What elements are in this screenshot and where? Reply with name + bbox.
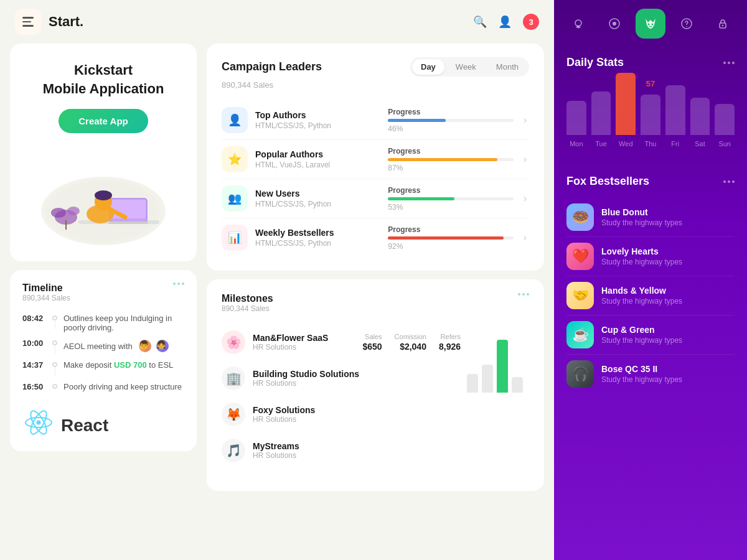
- sidebar-icon-lock[interactable]: [708, 9, 738, 39]
- fox-bestsellers-menu[interactable]: [723, 180, 735, 183]
- create-app-button[interactable]: Create App: [59, 109, 148, 133]
- react-label: React: [61, 416, 108, 436]
- daily-stats-menu[interactable]: [723, 62, 735, 64]
- svg-point-19: [648, 24, 650, 26]
- bar-gray-2: [482, 365, 493, 393]
- bar-fri-fill: [665, 85, 685, 135]
- cup-green-thumb: ☕: [566, 321, 594, 348]
- svg-point-22: [686, 26, 687, 27]
- bar-wrap: [482, 330, 493, 393]
- new-users-progress: Progress 53%: [388, 186, 513, 212]
- svg-point-24: [722, 25, 723, 26]
- milestones-list: 🌸 Man&Flower SaaS HR Solutions Sales $65…: [222, 324, 461, 469]
- milestones-chart: [461, 330, 529, 393]
- fox-item-lovely-hearts[interactable]: ❤️ Lovely Hearts Study the highway types: [566, 237, 735, 276]
- sidebar-icon-fox[interactable]: [636, 9, 665, 39]
- fox-bestsellers-section: Fox Bestsellers 🍩 Blue Donut Study the h…: [566, 175, 735, 393]
- search-icon[interactable]: 🔍: [473, 15, 487, 29]
- list-item: 16:50 Poorly driving and keep structure: [22, 382, 184, 391]
- svg-point-7: [95, 190, 112, 200]
- timeline-subtitle: 890,344 Sales: [22, 294, 70, 302]
- sidebar-icon-bulb[interactable]: [563, 9, 593, 39]
- fox-item-cup-green[interactable]: ☕ Cup & Green Study the highway types: [566, 315, 735, 355]
- header-right: 🔍 👤 3: [473, 14, 539, 30]
- popular-authors-progress: Progress 87%: [388, 147, 513, 172]
- timeline-card: Timeline 890,344 Sales 08:42 Outlines ke…: [10, 270, 197, 451]
- sidebar-icon-record[interactable]: [599, 9, 629, 39]
- bar-wrap: [467, 330, 478, 393]
- daily-stats-chart: 57 Mon Tue Wed Thu: [566, 79, 735, 160]
- tab-day[interactable]: Day: [412, 59, 444, 75]
- new-users-arrow[interactable]: ›: [521, 190, 529, 207]
- bar-mon: Mon: [566, 101, 586, 147]
- foxy-info: Foxy Solutions HR Solutions: [253, 405, 461, 424]
- sidebar-content: Daily Stats 57 Mon Tue Wed: [554, 47, 747, 560]
- popular-authors-arrow[interactable]: ›: [521, 151, 529, 167]
- top-authors-arrow[interactable]: ›: [521, 112, 529, 128]
- fox-item-hands-yellow[interactable]: 🤝 Hands & Yellow Study the highway types: [566, 276, 735, 315]
- bose-info: Bose QC 35 II Study the highway types: [601, 364, 735, 384]
- user-icon[interactable]: 👤: [498, 15, 512, 29]
- list-item: 10:00 AEOL meeting with 👦 👧: [22, 338, 184, 354]
- right-column: Campaign Leaders Day Week Month 890,344 …: [207, 44, 544, 516]
- bar-wrap: [497, 330, 508, 393]
- bar-sat-fill: [690, 98, 710, 135]
- milestones-card: Milestones 890,344 Sales 🌸 Man&Flower Sa…: [207, 279, 544, 491]
- campaign-row-weekly-bestsellers: 📊 Weekly Bestsellers HTML/CSS/JS, Python…: [222, 218, 529, 257]
- bar-fri: Fri: [665, 85, 685, 147]
- bar-thu-fill: [641, 95, 660, 135]
- lovely-hearts-thumb: ❤️: [566, 243, 594, 270]
- milestones-content: 🌸 Man&Flower SaaS HR Solutions Sales $65…: [222, 324, 529, 469]
- campaign-row-popular-authors: ⭐ Popular Authors HTML, VueJS, Laravel P…: [222, 140, 529, 179]
- campaign-row-new-users: 👥 New Users HTML/CSS/JS, Python Progress…: [222, 179, 529, 218]
- top-authors-progress: Progress 46%: [388, 108, 513, 133]
- notification-badge[interactable]: 3: [523, 14, 539, 30]
- manflower-info: Man&Flower SaaS HR Solutions: [253, 333, 355, 352]
- daily-stats-title: Daily Stats: [566, 56, 624, 69]
- kickstart-card: Kickstart Mobile Application Create App: [10, 44, 197, 261]
- svg-point-16: [575, 20, 581, 26]
- milestones-subtitle: 890,344 Sales: [222, 304, 273, 313]
- weekly-bestsellers-progress: Progress 92%: [388, 225, 513, 251]
- peak-value-label: 57: [646, 79, 655, 88]
- fox-item-blue-donut[interactable]: 🍩 Blue Donut Study the highway types: [566, 198, 735, 237]
- tab-month[interactable]: Month: [487, 59, 527, 75]
- daily-stats-section: Daily Stats 57 Mon Tue Wed: [566, 56, 735, 160]
- bar-wrap: [512, 330, 523, 393]
- ms-row-foxy: 🦊 Foxy Solutions HR Solutions: [222, 396, 461, 432]
- bar-wed: Wed: [616, 73, 636, 147]
- cup-green-info: Cup & Green Study the highway types: [601, 325, 735, 345]
- fox-item-bose[interactable]: 🎧 Bose QC 35 II Study the highway types: [566, 355, 735, 393]
- ms-row-mystreams: 🎵 MyStreams HR Solutions: [222, 432, 461, 469]
- weekly-bestsellers-icon: 📊: [222, 225, 248, 251]
- illustration: [22, 146, 184, 245]
- timeline-menu-button[interactable]: [173, 282, 184, 285]
- milestones-title: Milestones: [222, 293, 273, 304]
- fox-bestsellers-title: Fox Bestsellers: [566, 175, 649, 188]
- sidebar-icon-question[interactable]: [672, 9, 702, 39]
- timeline-title: Timeline: [22, 282, 70, 294]
- svg-point-10: [67, 207, 80, 215]
- bar-sat: Sat: [690, 98, 710, 147]
- svg-point-9: [51, 208, 66, 218]
- mystreams-info: MyStreams HR Solutions: [253, 441, 461, 460]
- tab-week[interactable]: Week: [447, 59, 485, 75]
- person-illustration: [41, 164, 166, 245]
- kickstart-title: Kickstart Mobile Application: [43, 61, 164, 98]
- campaign-header: Campaign Leaders Day Week Month: [222, 57, 529, 77]
- manflower-stats: Sales $650 Comission $2,040 Refers 8,926: [362, 333, 461, 352]
- header: Start. 🔍 👤 3: [0, 0, 554, 44]
- milestones-menu-button[interactable]: [518, 293, 529, 296]
- bar-thu: Thu: [641, 95, 660, 147]
- bar-mon-fill: [566, 101, 586, 135]
- popular-authors-icon: ⭐: [222, 146, 248, 172]
- weekly-bestsellers-arrow[interactable]: ›: [521, 230, 529, 246]
- bar-sun: Sun: [715, 104, 735, 147]
- building-studio-info: Building Studio Solutions HR Solutions: [253, 369, 461, 388]
- bar-tue-fill: [591, 91, 611, 135]
- manflower-icon: 🌸: [222, 330, 245, 354]
- react-logo-icon: [25, 409, 52, 442]
- mystreams-icon: 🎵: [222, 439, 245, 462]
- brand-name: Start.: [49, 14, 83, 30]
- sidebar-icon-row: [554, 0, 747, 47]
